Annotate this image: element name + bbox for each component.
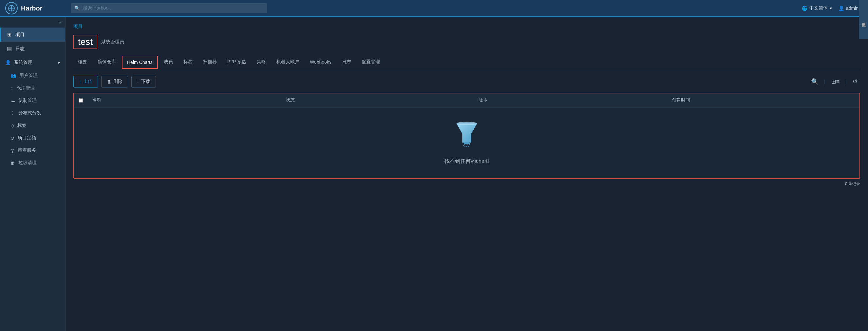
sub-item-label: 仓库管理 [17, 85, 35, 91]
table-col-version: 版本 [473, 97, 666, 103]
delete-icon: 🗑 [107, 79, 112, 84]
table-toolbar: ↑ 上传 🗑 删除 ↓ 下载 🔍 | ⊞≡ | ↺ [73, 76, 860, 88]
sidebar-item-garbage-cleanup[interactable]: 🗑 垃圾清理 [0, 157, 65, 169]
header-right: 🌐 中文简体 ▾ 👤 admin ▾ [802, 5, 863, 11]
sidebar-item-label: 日志 [16, 46, 25, 52]
download-icon: ↓ [137, 79, 139, 84]
group-label: 系统管理 [14, 60, 32, 65]
sub-item-label: 用户管理 [19, 73, 38, 79]
sidebar-collapse-button[interactable]: « [0, 17, 65, 28]
bottom-bar: 0 条记录 [73, 181, 860, 187]
sidebar-item-warehouse-mgmt[interactable]: ○ 仓库管理 [0, 82, 65, 94]
table-col-name: 名称 [87, 97, 280, 103]
content-area: 项目 test 系统管理员 概要 镜像仓库 Helm Charts 成员 标签 … [65, 17, 868, 331]
replication-icon: ☁ [10, 98, 15, 103]
username-label: admin [846, 6, 859, 11]
main-layout: « ⊞ 项目 ▤ 日志 👤 系统管理 ▾ 👥 用户管理 [0, 17, 868, 331]
empty-state-text: 找不到任何的chart! [444, 158, 489, 165]
select-all-checkbox[interactable] [79, 98, 83, 103]
top-header: Harbor 🔍 搜索 Harbor... 🌐 中文简体 ▾ 👤 admin ▾ [0, 0, 868, 17]
tab-config-mgmt[interactable]: 配置管理 [357, 56, 384, 69]
project-role: 系统管理员 [101, 39, 124, 45]
sidebar-item-projects[interactable]: ⊞ 项目 [0, 28, 65, 41]
project-name: test [73, 35, 97, 49]
sidebar-item-label: 项目 [16, 32, 25, 38]
sidebar-item-labels[interactable]: ◇ 标签 [0, 119, 65, 132]
sub-item-label: 复制管理 [18, 98, 37, 103]
garbage-icon: 🗑 [10, 160, 15, 166]
globe-icon: 🌐 [802, 6, 807, 11]
toolbar-divider: | [824, 79, 826, 84]
tab-p2p-preheat[interactable]: P2P 预热 [223, 56, 251, 69]
sidebar-item-user-mgmt[interactable]: 👥 用户管理 [0, 69, 65, 82]
distributed-icon: ⋮ [10, 111, 15, 116]
tab-scanner[interactable]: 扫描器 [198, 56, 221, 69]
quota-icon: ⊘ [10, 136, 14, 141]
table-header-checkbox[interactable] [74, 97, 87, 103]
harbor-logo-icon [5, 2, 18, 14]
grid-view-icon: ⊞≡ [831, 78, 840, 85]
sidebar-item-replication-mgmt[interactable]: ☁ 复制管理 [0, 94, 65, 107]
project-tabs: 概要 镜像仓库 Helm Charts 成员 标签 扫描器 P2P 预热 策略 [73, 56, 860, 69]
delete-button[interactable]: 🗑 删除 [101, 76, 128, 88]
user-mgmt-icon: 👥 [10, 73, 16, 78]
tab-robot-accounts[interactable]: 机器人账户 [272, 56, 304, 69]
breadcrumb: 项目 [73, 24, 860, 30]
sidebar-item-audit-service[interactable]: ◎ 审查服务 [0, 144, 65, 157]
tab-labels[interactable]: 标签 [179, 56, 197, 69]
refresh-button[interactable]: ↺ [850, 77, 860, 87]
table-col-created-at: 创建时间 [666, 97, 860, 103]
toolbar-divider-2: | [845, 79, 847, 84]
sidebar-item-logs[interactable]: ▤ 日志 [0, 41, 65, 56]
sidebar-group-system-admin: 👤 系统管理 ▾ 👥 用户管理 ○ 仓库管理 ☁ 复制管理 [0, 56, 65, 169]
tab-image-repo[interactable]: 镜像仓库 [93, 56, 121, 69]
svg-point-7 [463, 144, 470, 147]
download-button[interactable]: ↓ 下载 [131, 76, 156, 88]
sub-item-label: 项目定额 [18, 135, 36, 141]
system-admin-icon: 👤 [5, 60, 11, 65]
toolbar-right: 🔍 | ⊞≡ | ↺ [808, 77, 860, 87]
upload-icon: ↑ [79, 79, 81, 84]
row-count-label: 0 条记录 [845, 181, 860, 187]
sub-item-label: 分布式分发 [18, 110, 41, 116]
sidebar-sub-items: 👥 用户管理 ○ 仓库管理 ☁ 复制管理 ⋮ 分布式分发 ◇ 标签 [0, 69, 65, 169]
project-header: test 系统管理员 [73, 35, 860, 49]
svg-marker-4 [457, 124, 477, 143]
global-search-bar[interactable]: 🔍 搜索 Harbor... [71, 3, 267, 13]
table-col-status: 状态 [280, 97, 474, 103]
tab-webhooks[interactable]: Webhooks [305, 56, 336, 68]
right-panel-indicator: 拍田生撇 [859, 0, 868, 39]
search-toggle-button[interactable]: 🔍 [808, 77, 821, 87]
sub-item-label: 标签 [18, 123, 27, 128]
tab-policy[interactable]: 策略 [252, 56, 271, 69]
audit-icon: ◎ [10, 148, 14, 153]
grid-view-button[interactable]: ⊞≡ [829, 77, 842, 87]
chevron-down-icon: ▾ [58, 60, 60, 65]
projects-icon: ⊞ [6, 31, 12, 38]
user-icon: 👤 [839, 6, 844, 11]
warehouse-icon: ○ [10, 86, 13, 91]
logo-area: Harbor [5, 2, 71, 14]
chevron-down-icon: ▾ [830, 6, 832, 11]
tab-logs[interactable]: 日志 [337, 56, 356, 69]
helm-charts-table: 名称 状态 版本 创建时间 [73, 93, 860, 179]
sidebar-group-header-system-admin[interactable]: 👤 系统管理 ▾ [0, 56, 65, 69]
tab-overview[interactable]: 概要 [73, 56, 92, 69]
empty-state-icon [454, 121, 480, 151]
search-icon: 🔍 [75, 6, 80, 11]
svg-point-5 [457, 122, 477, 125]
table-header: 名称 状态 版本 创建时间 [74, 93, 860, 108]
logs-icon: ▤ [6, 46, 12, 52]
sidebar: « ⊞ 项目 ▤ 日志 👤 系统管理 ▾ 👥 用户管理 [0, 17, 65, 331]
refresh-icon: ↺ [852, 78, 858, 85]
svg-point-3 [10, 7, 12, 9]
lang-label: 中文简体 [809, 5, 828, 11]
sub-item-label: 审查服务 [18, 148, 36, 153]
language-selector[interactable]: 🌐 中文简体 ▾ [802, 5, 832, 11]
sidebar-item-project-quota[interactable]: ⊘ 项目定额 [0, 132, 65, 144]
tab-helm-charts[interactable]: Helm Charts [122, 56, 158, 69]
sub-item-label: 垃圾清理 [18, 160, 37, 166]
sidebar-item-distributed-dist[interactable]: ⋮ 分布式分发 [0, 107, 65, 119]
tab-members[interactable]: 成员 [159, 56, 178, 69]
upload-button[interactable]: ↑ 上传 [73, 76, 98, 88]
